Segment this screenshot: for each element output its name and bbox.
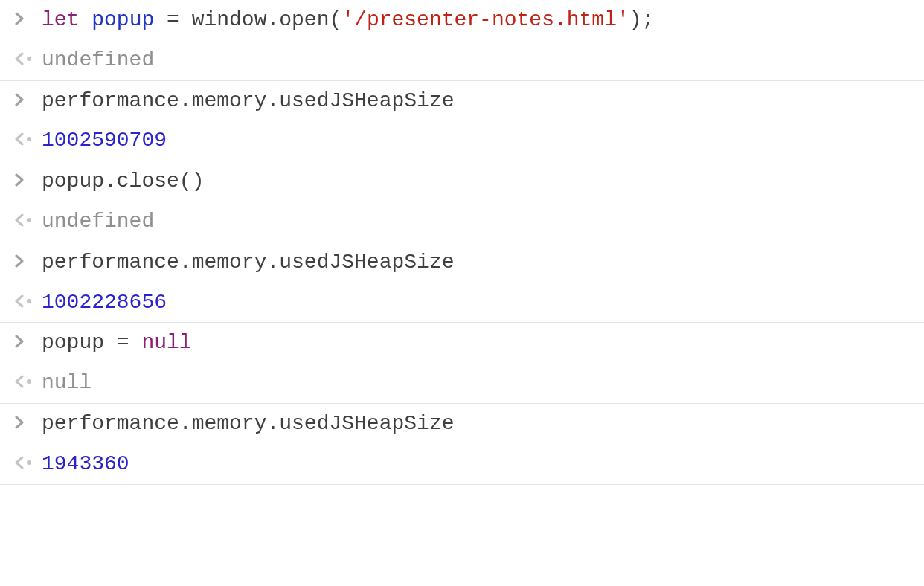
input-chevron-icon (0, 93, 42, 106)
output-chevron-icon (0, 132, 42, 146)
console-output-row: undefined (0, 40, 924, 80)
input-chevron-icon (0, 416, 42, 429)
console-entry: performance.memory.usedJSHeapSize 194336… (0, 404, 924, 485)
console-output-row: 1002228656 (0, 283, 924, 323)
output-chevron-icon (0, 213, 42, 227)
input-chevron-icon (0, 173, 42, 187)
output-chevron-icon (0, 375, 42, 388)
console-input-row[interactable]: let popup = window.open('/presenter-note… (0, 0, 924, 40)
console-output-row: null (0, 363, 924, 403)
console-input-row[interactable]: performance.memory.usedJSHeapSize (0, 242, 924, 283)
console-input-row[interactable]: popup.close() (0, 161, 924, 202)
console-entry: popup.close() undefined (0, 161, 924, 242)
console-input-text: performance.memory.usedJSHeapSize (42, 410, 924, 438)
console-input-row[interactable]: performance.memory.usedJSHeapSize (0, 404, 924, 444)
console-input-row[interactable]: popup = null (0, 323, 924, 363)
output-chevron-icon (0, 456, 42, 469)
console-input-text: popup.close() (42, 167, 924, 196)
input-chevron-icon (0, 12, 42, 25)
console-output-text: 1002228656 (42, 289, 924, 317)
console-output-row: 1002590709 (0, 120, 924, 161)
console-entry: performance.memory.usedJSHeapSize 100259… (0, 81, 924, 162)
console-output-text: 1943360 (42, 450, 924, 478)
console-input-text: performance.memory.usedJSHeapSize (42, 87, 924, 115)
console-entry: popup = null null (0, 323, 924, 404)
output-chevron-icon (0, 294, 42, 308)
console-output-text: undefined (42, 207, 924, 236)
console-output-text: 1002590709 (42, 126, 924, 155)
output-chevron-icon (0, 52, 42, 65)
input-chevron-icon (0, 254, 42, 268)
console-output-text: undefined (42, 46, 924, 74)
input-chevron-icon (0, 335, 42, 348)
console-output-row: 1943360 (0, 444, 924, 484)
console-input-row[interactable]: performance.memory.usedJSHeapSize (0, 81, 924, 121)
console-input-text: let popup = window.open('/presenter-note… (42, 6, 924, 34)
console-input-text: performance.memory.usedJSHeapSize (42, 248, 924, 277)
console-log: let popup = window.open('/presenter-note… (0, 0, 924, 485)
console-entry: performance.memory.usedJSHeapSize 100222… (0, 242, 924, 323)
console-input-text: popup = null (42, 329, 924, 357)
console-entry: let popup = window.open('/presenter-note… (0, 0, 924, 81)
console-output-row: undefined (0, 202, 924, 242)
console-output-text: null (42, 369, 924, 397)
